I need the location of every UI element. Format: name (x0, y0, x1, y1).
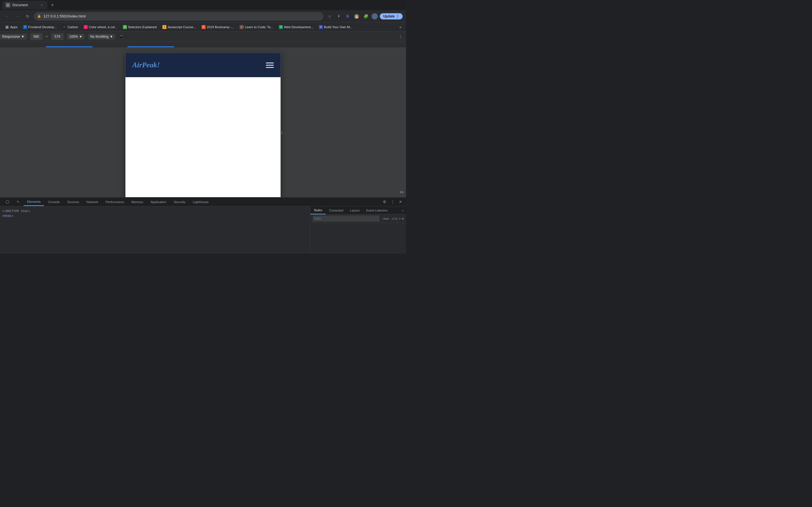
bookmark-frontend[interactable]: F Frontend Develop... (21, 24, 59, 30)
bookmark-colorwheel-label: Color wheel, a col... (89, 25, 117, 29)
learncode-favicon: L (240, 25, 244, 29)
bookmark-bootcamp-label: 2019 Bootcamp -... (207, 25, 234, 29)
width-input[interactable] (30, 33, 43, 40)
toolbar-icons: ☆ ⬇ G 🧩 👤 Update ⋮ (326, 12, 403, 20)
responsive-mode-select[interactable]: Responsive ▼ (0, 34, 27, 40)
devtools-tab-elements[interactable]: Elements (24, 198, 44, 206)
bookmarks-bar: ⊞ Apps F Frontend Develop... C Carbon C … (0, 22, 406, 32)
resize-handle[interactable] (281, 127, 283, 138)
new-rule-button[interactable]: ⊕ (402, 217, 404, 221)
bookmark-selectors[interactable]: S Selectors Explained (121, 24, 159, 30)
new-tab-button[interactable]: + (49, 1, 56, 9)
devtools-html-tree: <!DOCTYPE html> <html> (0, 207, 310, 253)
tab-title: Document (12, 3, 37, 7)
styles-filter-bar: :hov .cls + ⊕ (310, 214, 406, 223)
devtools-settings-icon[interactable]: ⚙ (381, 199, 388, 205)
devtools-tab-network[interactable]: Network (83, 198, 101, 206)
devtools-tab-application[interactable]: Application (147, 198, 170, 206)
frontend-favicon: F (23, 25, 27, 29)
chrome-color-icon[interactable] (353, 12, 361, 20)
responsive-bar: Responsive ▼ × 100% ▼ No throttling ▼ 📱 … (0, 32, 406, 42)
responsive-more-button[interactable]: ⋮ (399, 34, 406, 39)
profile-icon[interactable]: 👤 (371, 12, 378, 20)
url-bar[interactable]: 🔒 127.0.0.1:5502/index.html (34, 12, 323, 20)
hamburger-menu-icon[interactable] (266, 62, 274, 68)
hov-button[interactable]: :hov (382, 217, 389, 221)
devtools-tab-memory[interactable]: Memory (128, 198, 147, 206)
refresh-button[interactable]: ↻ (24, 12, 32, 20)
selectors-favicon: S (123, 25, 127, 29)
styles-tab-event-listeners[interactable]: Event Listeners (363, 207, 391, 214)
address-bar: ← → ↻ 🔒 127.0.0.1:5502/index.html ☆ ⬇ G … (0, 10, 406, 22)
ruler-highlight-right (128, 46, 174, 47)
styles-tab-layout[interactable]: Layout (347, 207, 363, 214)
buildyourown-favicon: B (319, 25, 323, 29)
devtools-tab-lighthouse[interactable]: Lighthouse (190, 198, 212, 206)
bookmark-buildyourown[interactable]: B Build Your Own M... (317, 24, 355, 30)
apps-icon: ⊞ (5, 25, 9, 29)
styles-tab-computed[interactable]: Computed (326, 207, 347, 214)
edit-pencil-icon[interactable]: ✏ (400, 189, 404, 195)
update-button[interactable]: Update ⋮ (380, 13, 403, 19)
bookmark-webdev[interactable]: W Web Development... (276, 24, 315, 30)
devtools-more-icon[interactable]: ⋮ (389, 199, 396, 205)
active-tab[interactable]: ● Document × (2, 1, 47, 9)
devtools-panel: ⬡ ↖ Elements Console Sources Network Per… (0, 197, 406, 253)
back-button[interactable]: ← (3, 12, 11, 20)
airpeak-body (125, 77, 281, 197)
ua-icon[interactable]: 📱 (119, 34, 123, 39)
html-root-node[interactable]: <html> (2, 214, 308, 218)
cls-button[interactable]: .cls (390, 217, 398, 221)
bookmark-buildyourown-label: Build Your Own M... (324, 25, 352, 29)
javascript-favicon: J (162, 25, 166, 29)
browser-shell: ● Document × + ← → ↻ 🔒 127.0.0.1:5502/in… (0, 0, 406, 253)
devtools-styles-panel: Styles Computed Layout Event Listeners » (310, 207, 406, 253)
ruler-highlight-left (46, 46, 93, 47)
tab-bar: ● Document × + (0, 0, 406, 10)
zoom-select[interactable]: 100% ▼ (67, 34, 85, 40)
extensions-icon[interactable]: 🧩 (362, 12, 370, 20)
horizontal-ruler (0, 42, 406, 47)
bookmark-apps[interactable]: ⊞ Apps (3, 24, 20, 30)
bookmark-apps-label: Apps (10, 25, 17, 29)
page-preview-background: AirPeak! (0, 42, 406, 197)
devtools-content: <!DOCTYPE html> <html> Styles Computed L… (0, 207, 406, 253)
tab-close-button[interactable]: × (40, 3, 44, 7)
dimension-separator: × (46, 35, 48, 39)
devtools-icon-select[interactable]: ⬡ (2, 198, 13, 206)
devtools-tab-security[interactable]: Security (170, 198, 189, 206)
bookmark-colorwheel[interactable]: C Color wheel, a col... (82, 24, 119, 30)
devtools-close-icon[interactable]: ✕ (397, 199, 404, 205)
responsive-mode-arrow: ▼ (21, 35, 24, 39)
html-doctype-node: <!DOCTYPE html> (2, 209, 308, 214)
star-icon[interactable]: ☆ (326, 12, 334, 20)
styles-tab-styles[interactable]: Styles (310, 207, 326, 214)
download-icon[interactable]: ⬇ (335, 12, 343, 20)
add-style-button[interactable]: + (399, 217, 401, 221)
styles-filter-input[interactable] (313, 216, 379, 222)
bookmark-bootcamp[interactable]: B 2019 Bootcamp -... (199, 24, 236, 30)
hamburger-line-3 (266, 67, 274, 68)
forward-button[interactable]: → (13, 12, 21, 20)
webdev-favicon: W (279, 25, 283, 29)
throttle-select[interactable]: No throttling ▼ (88, 34, 115, 40)
bookmarks-more-button[interactable]: » (398, 24, 403, 30)
bookmark-learncode[interactable]: L Learn to Code: To... (238, 24, 275, 30)
bookmark-javascript[interactable]: J Javascript Course... (160, 24, 199, 30)
tab-favicon: ● (6, 3, 10, 7)
devtools-tab-console[interactable]: Console (45, 198, 63, 206)
update-menu-icon: ⋮ (396, 14, 399, 18)
bootcamp-favicon: B (202, 25, 206, 29)
devtools-cursor-icon[interactable]: ↖ (13, 198, 23, 206)
bookmark-selectors-label: Selectors Explained (128, 25, 157, 29)
bookmark-webdev-label: Web Development... (284, 25, 313, 29)
styles-more-button[interactable]: » (400, 207, 406, 214)
hamburger-line-2 (266, 65, 274, 66)
lock-icon: 🔒 (37, 14, 41, 18)
bookmark-carbon[interactable]: C Carbon (60, 24, 80, 30)
devtools-tab-sources[interactable]: Sources (64, 198, 82, 206)
google-icon[interactable]: G (344, 12, 352, 20)
throttle-arrow: ▼ (110, 35, 113, 39)
height-input[interactable] (51, 33, 64, 40)
devtools-tab-performance[interactable]: Performance (102, 198, 128, 206)
